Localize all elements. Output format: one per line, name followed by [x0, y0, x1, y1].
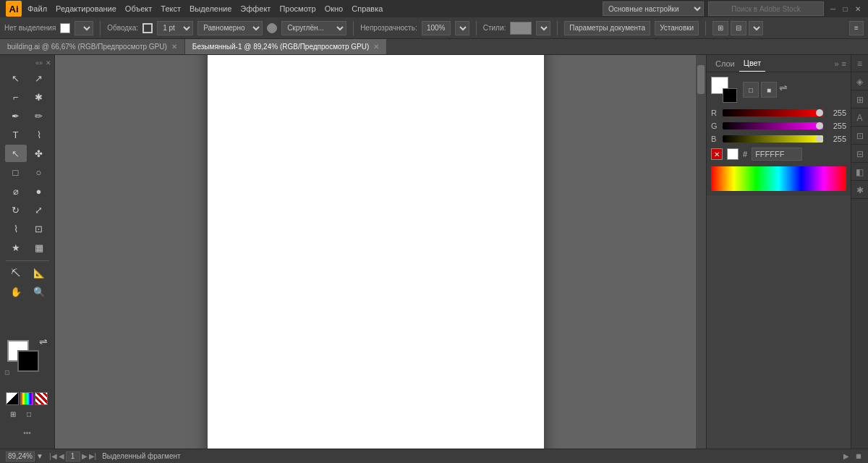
- pattern-swatch[interactable]: [35, 392, 48, 405]
- lasso-tool[interactable]: ⌐: [5, 88, 27, 106]
- layers-tab[interactable]: Слои: [711, 55, 739, 72]
- cap-style[interactable]: Скруглён...: [281, 21, 346, 35]
- brush-tool[interactable]: ⌀: [5, 182, 27, 200]
- fill-icon-btn[interactable]: ■: [761, 82, 777, 98]
- menu-file[interactable]: Файл: [27, 4, 47, 13]
- maximize-btn[interactable]: □: [841, 4, 850, 14]
- blob-brush-tool[interactable]: ●: [28, 182, 50, 200]
- type-tool[interactable]: T: [5, 126, 27, 143]
- panel-icon-4[interactable]: A: [851, 109, 869, 127]
- tab-building-close[interactable]: ✕: [171, 43, 177, 51]
- menu-text[interactable]: Текст: [161, 4, 181, 13]
- color-tab[interactable]: Цвет: [739, 55, 766, 72]
- minimize-btn[interactable]: ─: [828, 4, 838, 14]
- reset-colors-icon[interactable]: ⊡: [4, 369, 10, 376]
- fill-swatch[interactable]: [60, 23, 70, 33]
- panel-icon-2[interactable]: ◈: [851, 73, 869, 90]
- zoom-tool[interactable]: 🔍: [28, 283, 50, 300]
- page-input[interactable]: [66, 451, 80, 462]
- swap-btn[interactable]: ⇌: [779, 82, 788, 98]
- more-tools-btn[interactable]: •••: [23, 428, 31, 437]
- menu-effect[interactable]: Эффект: [240, 4, 271, 13]
- align-left-btn[interactable]: ⊞: [712, 21, 728, 35]
- stop-btn[interactable]: ⏹: [855, 452, 862, 460]
- settings-btn[interactable]: Установки: [655, 21, 699, 35]
- v-scrollbar[interactable]: [696, 55, 706, 449]
- pointer-tool[interactable]: ↖: [5, 145, 27, 162]
- prev-page-btn[interactable]: ◀: [59, 452, 64, 460]
- panel-menu-icon[interactable]: ≡: [842, 59, 846, 68]
- symbol-tool[interactable]: ★: [5, 239, 27, 256]
- none-swatch[interactable]: [6, 392, 19, 405]
- collapse-arrow[interactable]: «»: [35, 59, 43, 67]
- tab-building[interactable]: building.ai @ 66,67% (RGB/Предпросмотр G…: [0, 39, 185, 54]
- panel-icon-7[interactable]: ◧: [851, 163, 869, 181]
- style-preview[interactable]: [510, 22, 532, 35]
- menu-window[interactable]: Окно: [325, 4, 344, 13]
- close-btn[interactable]: ✕: [853, 4, 862, 14]
- fill-type[interactable]: —: [75, 21, 93, 35]
- last-page-btn[interactable]: ▶|: [89, 452, 97, 460]
- swap-colors-btn[interactable]: ⇌: [39, 336, 48, 347]
- collapse-x[interactable]: ✕: [46, 59, 51, 67]
- opacity-input[interactable]: [422, 21, 451, 35]
- screen-mode-btn[interactable]: □: [22, 407, 36, 421]
- stroke-value[interactable]: 1 pt: [157, 21, 193, 35]
- menu-object[interactable]: Объект: [125, 4, 152, 13]
- menu-help[interactable]: Справка: [352, 4, 383, 13]
- color-spectrum[interactable]: [711, 166, 846, 191]
- style-dropdown[interactable]: ▼: [536, 21, 550, 35]
- b-slider[interactable]: [723, 135, 823, 143]
- panel-icon-3[interactable]: ⊞: [851, 91, 869, 109]
- gradient-swatch[interactable]: [20, 392, 33, 405]
- pen-tool[interactable]: ✒: [5, 107, 27, 124]
- column-graph-tool[interactable]: ▦: [28, 239, 50, 256]
- select-tool[interactable]: ↖: [5, 69, 27, 87]
- rotate-tool[interactable]: ↻: [5, 201, 27, 218]
- align-right-btn[interactable]: ⊟: [731, 21, 746, 35]
- panel-icon-5[interactable]: ⊡: [851, 127, 869, 145]
- hex-input[interactable]: [752, 148, 802, 161]
- node-tool[interactable]: ✤: [28, 145, 50, 162]
- g-slider[interactable]: [723, 122, 823, 129]
- stroke-icon-btn[interactable]: □: [743, 82, 759, 98]
- panel-icon-6[interactable]: ⊟: [851, 145, 869, 163]
- doc-params-btn[interactable]: Параметры документа: [564, 21, 650, 35]
- menu-edit[interactable]: Редактирование: [56, 4, 116, 13]
- opacity-dropdown[interactable]: ▼: [455, 21, 469, 35]
- v-scroll-thumb[interactable]: [697, 65, 705, 94]
- basic-settings-dropdown[interactable]: Основные настройки: [603, 1, 704, 16]
- panel-icon-8[interactable]: ✱: [851, 182, 869, 199]
- measure-tool[interactable]: 📐: [28, 264, 50, 281]
- white-color-btn[interactable]: [727, 148, 739, 160]
- free-transform-tool[interactable]: ⊡: [28, 220, 50, 237]
- view-mode-btn[interactable]: ⊞: [6, 407, 20, 421]
- panel-icon-1[interactable]: ≡: [851, 55, 869, 72]
- eyedropper-tool[interactable]: ⛏: [5, 264, 27, 281]
- cap-swatch[interactable]: [267, 23, 277, 33]
- first-page-btn[interactable]: |◀: [49, 452, 57, 460]
- stock-search[interactable]: [708, 1, 824, 16]
- zoom-dropdown-icon[interactable]: ▼: [36, 452, 43, 460]
- panel-menu-btn[interactable]: ≡: [849, 21, 864, 35]
- rectangle-tool[interactable]: □: [5, 163, 27, 181]
- menu-view[interactable]: Просмотр: [279, 4, 315, 13]
- stroke-swatch[interactable]: [142, 23, 153, 33]
- stroke-style[interactable]: Равномерно: [197, 21, 263, 35]
- menu-select[interactable]: Выделение: [190, 4, 231, 13]
- zoom-input[interactable]: [6, 451, 35, 462]
- r-slider[interactable]: [723, 109, 823, 116]
- bg-color-swatch[interactable]: [17, 350, 39, 372]
- tab-untitled[interactable]: Безымянный-1 @ 89,24% (RGB/Предпросмотр …: [185, 39, 387, 54]
- path-type-tool[interactable]: ⌇: [28, 126, 50, 143]
- scale-tool[interactable]: ⤢: [28, 201, 50, 218]
- play-btn[interactable]: ▶: [843, 452, 849, 460]
- direct-select-tool[interactable]: ↗: [28, 69, 50, 87]
- tab-untitled-close[interactable]: ✕: [373, 43, 379, 51]
- none-color-btn[interactable]: ✕: [711, 148, 723, 160]
- warp-tool[interactable]: ⌇: [5, 220, 27, 237]
- bg-swatch-panel[interactable]: [723, 88, 737, 103]
- magic-wand-tool[interactable]: ✱: [28, 88, 50, 106]
- pencil-tool[interactable]: ✏: [28, 107, 50, 124]
- expand-icon[interactable]: »: [834, 59, 838, 68]
